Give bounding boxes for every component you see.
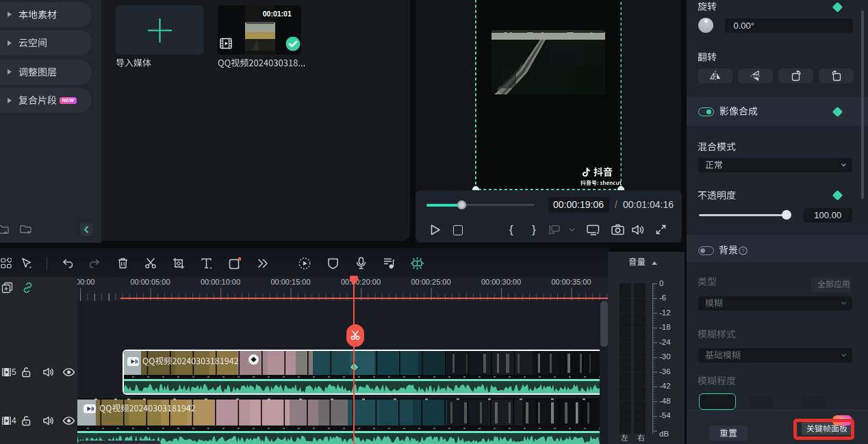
svg-text:?: ? [741, 248, 745, 254]
